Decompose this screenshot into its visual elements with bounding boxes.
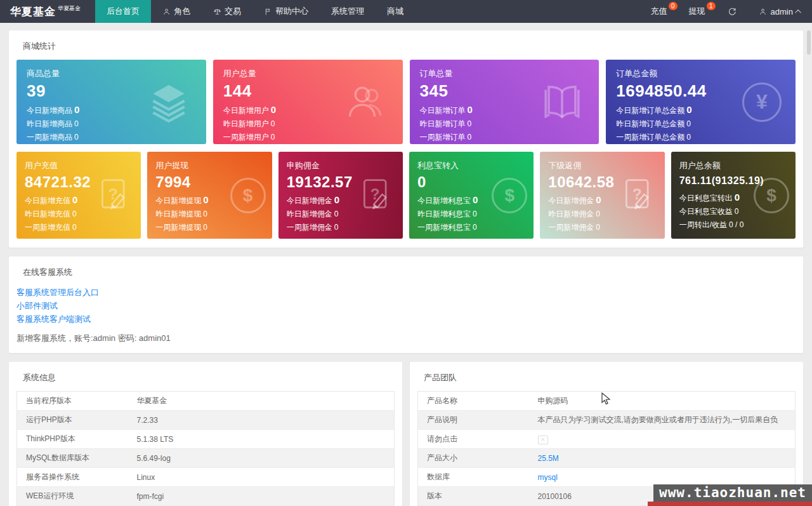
stat-line-label: 昨日新增订单 <box>420 119 466 128</box>
watermark-red-bar <box>648 502 812 506</box>
stat-line-label: 昨日新增佣金 <box>548 210 594 218</box>
stat-line: 一周新增订单0 <box>420 131 589 144</box>
person-icon <box>759 8 767 16</box>
dollar-circle-icon: $ <box>754 178 789 213</box>
table-row: 产品大小25.5M <box>418 449 796 468</box>
table-row: 运行PHP版本7.2.33 <box>17 411 395 430</box>
stat-card-interest-transfer-in: 利息宝转入 0 今日新增利息宝0 昨日新增利息宝0 一周新增利息宝0 $ <box>409 152 534 239</box>
stat-line-label: 昨日新增充值 <box>25 210 70 218</box>
stat-line-value: 0 <box>468 104 473 115</box>
stat-line-label: 昨日新增商品 <box>27 119 72 128</box>
stat-line-value: 0 / 0 <box>729 220 743 229</box>
username-label: admin <box>771 7 793 17</box>
system-info-panel: 系统信息 当前程序版本华夏基金 运行PHP版本7.2.33 ThinkPHP版本… <box>9 362 402 506</box>
book-icon <box>539 79 585 125</box>
row-value: 申购源码 <box>529 392 796 411</box>
vertical-scrollbar[interactable] <box>807 30 811 55</box>
menu-item-mall[interactable]: 商城 <box>376 0 415 23</box>
menu-item-trade[interactable]: 交易 <box>202 0 252 23</box>
logo-superscript: 华夏基金 <box>58 4 81 13</box>
menu-item-dashboard[interactable]: 后台首页 <box>95 0 151 23</box>
row-label: 请勿点击 <box>418 430 529 449</box>
stat-line: 一周新增商品0 <box>27 131 196 144</box>
link-cs-client-test[interactable]: 客服系统客户端测试 <box>16 312 796 326</box>
stats-row-2: 用户充值 84721.32 今日新增充值0 昨日新增充值0 一周新增充值0 ? … <box>16 152 796 239</box>
table-row: 服务器操作系统Linux <box>17 468 395 487</box>
stat-line-label: 昨日新增用户 <box>223 119 269 128</box>
stat-line-value: 0 <box>72 194 77 205</box>
menu-item-label: 交易 <box>225 6 241 17</box>
stat-line-label: 今日新增利息宝 <box>417 196 471 205</box>
row-label: 当前程序版本 <box>17 392 128 411</box>
link-widget-test[interactable]: 小部件测试 <box>16 299 796 312</box>
stat-line-value: 0 <box>596 223 600 232</box>
layers-icon <box>145 79 192 126</box>
stat-card-users-total: 用户总量 144 今日新增用户0 昨日新增用户0 一周新增用户0 <box>213 60 403 144</box>
recharge-label: 充值 <box>651 6 667 17</box>
stat-line-label: 昨日新增提现 <box>155 210 201 218</box>
stats-row-1: 商品总量 39 今日新增商品0 昨日新增商品0 一周新增商品0 用户总量 144… <box>16 60 796 144</box>
row-value: 华夏基金 <box>128 392 395 411</box>
stat-title: 用户提现 <box>155 160 263 171</box>
stat-line-value: 0 <box>203 194 208 205</box>
menu-item-label: 商城 <box>387 6 403 17</box>
menu-item-help-center[interactable]: 帮助中心 <box>252 0 320 23</box>
stat-line-label: 一周转出/收益 <box>679 220 727 229</box>
stat-card-sub-commission: 下级返佣 10642.58 今日新增佣金0 昨日新增佣金0 一周新增佣金0 ? <box>540 152 664 239</box>
broken-image-icon[interactable]: ✕ <box>538 436 548 444</box>
stat-title: 订单总金额 <box>616 68 785 79</box>
row-label: 版本 <box>418 487 529 506</box>
stat-line: 一周新增订单总金额0 <box>616 131 785 144</box>
dollar-circle-icon: $ <box>230 178 266 213</box>
recharge-button[interactable]: 充值 0 <box>640 0 678 23</box>
stat-line-label: 今日利息宝转出 <box>679 194 733 203</box>
menu-item-label: 角色 <box>174 6 190 17</box>
refresh-icon <box>727 6 737 17</box>
stat-line-label: 今日新增佣金 <box>548 196 594 205</box>
link-cs-admin-entry[interactable]: 客服系统管理后台入口 <box>16 286 796 299</box>
stat-title: 订单总量 <box>420 68 589 79</box>
stat-line-value: 0 <box>334 194 339 205</box>
menu-item-system-management[interactable]: 系统管理 <box>320 0 376 23</box>
stat-line-label: 一周新增提现 <box>155 223 201 232</box>
row-value: Linux <box>128 468 395 487</box>
stat-title: 用户总量 <box>223 68 393 79</box>
product-size-link[interactable]: 25.5M <box>538 454 559 463</box>
menu-item-label: 系统管理 <box>331 6 364 17</box>
table-row: 产品说明本产品只为学习测试交流,请勿要做商业或者用于违法行为,一切后果自负 <box>418 411 796 430</box>
customer-service-panel: 在线客服系统 客服系统管理后台入口 小部件测试 客服系统客户端测试 新增客服系统… <box>9 256 803 353</box>
system-info-table: 当前程序版本华夏基金 运行PHP版本7.2.33 ThinkPHP版本5.1.3… <box>16 391 395 506</box>
row-value: fpm-fcgi <box>128 487 395 506</box>
scales-icon <box>213 8 221 16</box>
stat-line: 一周新增佣金0 <box>548 221 656 234</box>
flag-icon <box>264 8 272 16</box>
stat-line-value: 0 <box>735 192 740 203</box>
stat-line-label: 今日新增订单总金额 <box>616 106 684 115</box>
row-value: 5.1.38 LTS <box>128 430 395 449</box>
stat-line: 一周新增用户0 <box>223 131 393 144</box>
stat-line-value: 0 <box>468 133 472 142</box>
row-label: WEB运行环境 <box>17 487 128 506</box>
stat-line-label: 昨日新增佣金 <box>287 210 332 218</box>
database-link[interactable]: mysql <box>538 473 558 482</box>
page-content: 商城统计 商品总量 39 今日新增商品0 昨日新增商品0 一周新增商品0 用户总… <box>0 23 812 506</box>
document-question-pencil-icon: ? <box>620 176 658 215</box>
refresh-button[interactable] <box>716 0 748 23</box>
stat-card-user-recharge: 用户充值 84721.32 今日新增充值0 昨日新增充值0 一周新增充值0 ? <box>16 152 141 239</box>
navbar-right: 充值 0 提现 1 admin <box>640 0 812 23</box>
stat-line: 一周新增提现0 <box>155 221 263 234</box>
main-menu: 后台首页 角色 交易 帮助中心 系统管理 商城 <box>95 0 415 23</box>
withdraw-button[interactable]: 提现 1 <box>678 0 716 23</box>
table-row: ThinkPHP版本5.1.38 LTS <box>17 430 395 449</box>
customer-service-note: 新增客服系统，账号:admin 密码: admin01 <box>16 333 796 344</box>
withdraw-label: 提现 <box>689 6 705 17</box>
watermark: www.tiaozhuan.net <box>653 484 812 506</box>
stat-line-value: 0 <box>686 104 691 115</box>
row-label: MySQL数据库版本 <box>17 449 128 468</box>
yen-circle-icon: ¥ <box>742 83 782 122</box>
stat-line-value: 0 <box>686 133 691 142</box>
stat-line-label: 昨日新增订单总金额 <box>616 119 684 128</box>
stat-line-label: 今日新增商品 <box>27 106 72 115</box>
user-menu[interactable]: admin <box>748 0 812 23</box>
menu-item-roles[interactable]: 角色 <box>151 0 202 23</box>
